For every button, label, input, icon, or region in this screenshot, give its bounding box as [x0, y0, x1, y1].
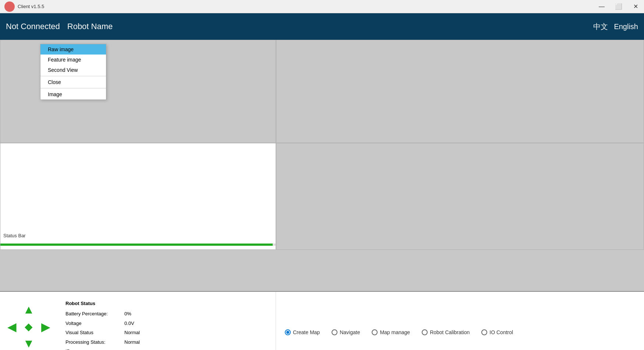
- voltage-label: Voltage: [66, 319, 124, 328]
- menu-item-raw-image[interactable]: Raw image: [40, 44, 106, 55]
- radio-circle-2: [372, 329, 378, 335]
- maximize-button[interactable]: ⬜: [610, 0, 627, 13]
- map-view-bottomleft[interactable]: Status Bar: [0, 143, 276, 250]
- dpad-up-button[interactable]: ▲: [21, 302, 37, 318]
- dpad-empty-tr: [38, 302, 54, 318]
- bottom-panel: ▲ ◀ ◆ ▶ ▼ Speed Robot Statu: [0, 291, 644, 350]
- menu-item-feature-image[interactable]: Feature image: [40, 55, 106, 65]
- view-area: Raw image Feature image Second View Clos…: [0, 40, 644, 291]
- menu-separator-2: [40, 88, 106, 88]
- visual-value: Normal: [124, 328, 143, 337]
- radio-item-create-map[interactable]: Create Map: [285, 329, 320, 335]
- ip-value: [124, 347, 143, 350]
- battery-row: Battery Percentage: 0%: [66, 309, 143, 318]
- app-title: Client v1.5.5: [18, 4, 44, 9]
- minimize-button[interactable]: —: [593, 0, 610, 13]
- processing-value: Normal: [124, 337, 143, 347]
- lang-chinese-button[interactable]: 中文: [593, 22, 608, 32]
- window-controls: — ⬜ ✕: [593, 0, 644, 13]
- camera-view-topleft[interactable]: Raw image Feature image Second View Clos…: [0, 40, 276, 143]
- status-table: Battery Percentage: 0% Voltage 0.0V Visu…: [66, 309, 143, 350]
- menu-item-second-view[interactable]: Second View: [40, 65, 106, 75]
- battery-label: Battery Percentage:: [66, 309, 124, 318]
- dpad-empty-bl: [4, 336, 20, 350]
- dpad-empty-br: [38, 336, 54, 350]
- dpad-left-button[interactable]: ◀: [4, 319, 20, 335]
- connection-status: Not Connected: [6, 22, 60, 31]
- camera-view-bottomright[interactable]: [276, 143, 644, 250]
- voltage-value: 0.0V: [124, 319, 143, 328]
- processing-label: Processing Status:: [66, 337, 124, 347]
- titlebar: Client v1.5.5 — ⬜ ✕: [0, 0, 644, 13]
- dpad-center-button[interactable]: ◆: [21, 319, 37, 335]
- radio-item-navigate[interactable]: Navigate: [332, 329, 360, 335]
- radio-circle-1: [332, 329, 337, 335]
- radio-label-0: Create Map: [293, 329, 320, 335]
- radio-label-1: Navigate: [340, 329, 360, 335]
- radio-item-io-control[interactable]: IO Control: [481, 329, 513, 335]
- radio-label-3: Robot Calibration: [430, 329, 470, 335]
- ip-row: IP:: [66, 347, 143, 350]
- radio-circle-4: [481, 329, 487, 335]
- battery-value: 0%: [124, 309, 143, 318]
- robot-status-panel: Robot Status Battery Percentage: 0% Volt…: [58, 295, 150, 350]
- progress-bar-container: [0, 244, 276, 246]
- app-body: Raw image Feature image Second View Clos…: [0, 40, 644, 350]
- status-bar-label: Status Bar: [3, 233, 26, 238]
- progress-bar-fill: [0, 244, 273, 246]
- robot-name: Robot Name: [67, 22, 113, 31]
- radio-item-robot-calibration[interactable]: Robot Calibration: [422, 329, 470, 335]
- language-controls: 中文 English: [593, 22, 638, 32]
- dpad-right-button[interactable]: ▶: [38, 319, 54, 335]
- camera-view-topright[interactable]: [276, 40, 644, 143]
- headerbar: Not Connected Robot Name 中文 English: [0, 13, 644, 40]
- visual-row: Visual Status Normal: [66, 328, 143, 337]
- close-button[interactable]: ✕: [627, 0, 644, 13]
- dpad-down-button[interactable]: ▼: [21, 336, 37, 350]
- robot-status-title: Robot Status: [66, 299, 143, 308]
- app-icon: [4, 1, 15, 12]
- lang-english-button[interactable]: English: [614, 22, 638, 32]
- menu-separator: [40, 76, 106, 76]
- radio-circle-3: [422, 329, 428, 335]
- controls-status-area: ▲ ◀ ◆ ▶ ▼ Speed Robot Statu: [0, 292, 276, 350]
- voltage-row: Voltage 0.0V: [66, 319, 143, 328]
- ip-label: IP:: [66, 347, 124, 350]
- menu-item-image[interactable]: Image: [40, 89, 106, 99]
- radio-circle-0: [285, 329, 291, 335]
- mode-radio-panel: Create MapNavigateMap manageRobot Calibr…: [276, 292, 644, 350]
- radio-label-4: IO Control: [489, 329, 513, 335]
- dpad-speed-container: ▲ ◀ ◆ ▶ ▼ Speed: [4, 302, 54, 350]
- radio-item-map-manage[interactable]: Map manage: [372, 329, 410, 335]
- processing-row: Processing Status: Normal: [66, 337, 143, 347]
- menu-item-close[interactable]: Close: [40, 77, 106, 87]
- dpad: ▲ ◀ ◆ ▶ ▼: [4, 302, 54, 350]
- radio-label-2: Map manage: [380, 329, 410, 335]
- dpad-empty-tl: [4, 302, 20, 318]
- visual-label: Visual Status: [66, 328, 124, 337]
- context-menu: Raw image Feature image Second View Clos…: [40, 44, 106, 100]
